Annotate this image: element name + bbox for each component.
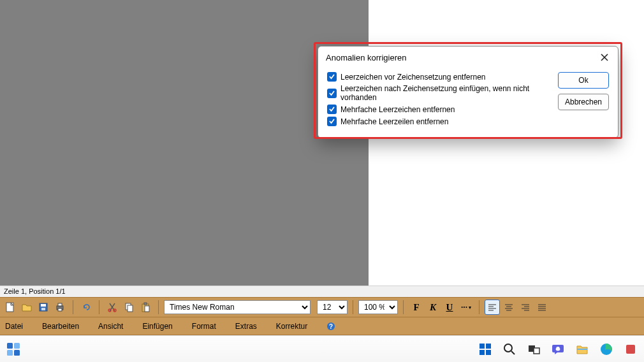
search-icon[interactable] xyxy=(502,342,516,356)
svg-text:?: ? xyxy=(329,323,333,330)
more-formatting-button[interactable]: ···▾ xyxy=(458,300,474,315)
ok-button[interactable]: Ok xyxy=(558,72,609,89)
toolbar: Times New Roman 12 100 % F K U ···▾ xyxy=(0,297,644,317)
align-justify-icon[interactable] xyxy=(534,300,550,315)
svg-rect-45 xyxy=(577,349,587,350)
zoom-select[interactable]: 100 % xyxy=(358,300,398,314)
dialog-title-text: Anomalien korrigieren xyxy=(326,53,406,62)
svg-rect-39 xyxy=(486,350,491,355)
chat-icon[interactable] xyxy=(551,342,565,356)
separator xyxy=(99,300,99,314)
underline-button[interactable]: U xyxy=(442,300,457,315)
svg-rect-2 xyxy=(41,304,46,307)
align-right-icon[interactable] xyxy=(518,300,533,315)
checkbox-icon[interactable] xyxy=(327,89,337,98)
print-icon[interactable] xyxy=(52,300,68,315)
taskbar xyxy=(0,335,644,362)
app-icon[interactable] xyxy=(624,342,638,356)
dialog-anomalien-korrigieren: Anomalien korrigieren Leerzeichen vor Ze… xyxy=(318,46,618,138)
help-icon[interactable]: ? xyxy=(325,319,337,333)
svg-rect-10 xyxy=(128,305,133,312)
italic-button[interactable]: K xyxy=(425,300,441,315)
separator xyxy=(479,300,479,314)
new-file-icon[interactable] xyxy=(3,300,18,315)
svg-rect-33 xyxy=(14,343,20,349)
separator xyxy=(403,300,404,314)
option-remove-multi-spaces[interactable]: Mehrfache Leerzeichen entfernen xyxy=(327,105,550,114)
undo-icon[interactable] xyxy=(78,300,94,315)
widgets-icon[interactable] xyxy=(4,340,23,359)
checkbox-icon[interactable] xyxy=(327,117,337,126)
taskbar-tray xyxy=(478,342,640,356)
svg-rect-47 xyxy=(626,345,635,354)
option-remove-space-before-punct[interactable]: Leerzeichen vor Zeichensetzung entfernen xyxy=(327,72,550,82)
bold-button[interactable]: F xyxy=(409,300,424,315)
menu-bearbeiten[interactable]: Bearbeiten xyxy=(41,319,80,333)
status-bar: Zeile 1, Position 1/1 xyxy=(0,286,644,297)
svg-rect-13 xyxy=(145,306,149,312)
menu-extras[interactable]: Extras xyxy=(234,319,258,333)
svg-rect-32 xyxy=(7,343,13,349)
editor-area xyxy=(0,0,644,286)
svg-rect-37 xyxy=(486,344,491,349)
option-remove-multi-lines[interactable]: Mehrfache Leerzeilen entfernen xyxy=(327,117,550,126)
svg-rect-3 xyxy=(41,308,45,310)
paste-icon[interactable] xyxy=(138,300,153,315)
status-text: Zeile 1, Position 1/1 xyxy=(4,287,66,295)
svg-rect-43 xyxy=(534,348,539,354)
menu-datei[interactable]: Datei xyxy=(4,319,24,333)
svg-rect-35 xyxy=(14,350,20,356)
svg-rect-12 xyxy=(144,303,147,305)
open-file-icon[interactable] xyxy=(19,300,34,315)
svg-rect-36 xyxy=(479,344,485,349)
svg-rect-5 xyxy=(58,303,62,306)
save-icon[interactable] xyxy=(36,300,51,315)
close-icon[interactable] xyxy=(599,52,610,63)
cut-icon[interactable] xyxy=(105,300,120,315)
font-size-select[interactable]: 12 xyxy=(317,300,348,314)
svg-rect-34 xyxy=(7,350,13,356)
copy-icon[interactable] xyxy=(121,300,136,315)
font-name-select[interactable]: Times New Roman xyxy=(164,300,311,314)
editor-margin xyxy=(0,0,369,286)
checkbox-icon[interactable] xyxy=(327,72,337,82)
separator xyxy=(353,300,353,314)
menu-einfuegen[interactable]: Einfügen xyxy=(141,319,173,333)
cancel-button[interactable]: Abbrechen xyxy=(558,94,609,110)
option-insert-space-after-punct[interactable]: Leerzeichen nach Zeichensetzung einfügen… xyxy=(327,84,550,102)
menubar: Datei Bearbeiten Ansicht Einfügen Format… xyxy=(0,317,644,335)
dialog-options: Leerzeichen vor Zeichensetzung entfernen… xyxy=(327,72,550,126)
editor-page[interactable] xyxy=(369,0,644,286)
taskview-icon[interactable] xyxy=(527,342,541,356)
align-left-icon[interactable] xyxy=(485,300,500,315)
align-center-icon[interactable] xyxy=(501,300,516,315)
explorer-icon[interactable] xyxy=(575,342,589,356)
menu-ansicht[interactable]: Ansicht xyxy=(97,319,124,333)
svg-line-41 xyxy=(511,351,515,354)
svg-point-40 xyxy=(504,344,512,352)
checkbox-icon[interactable] xyxy=(327,105,337,114)
menu-korrektur[interactable]: Korrektur xyxy=(275,319,309,333)
separator xyxy=(73,300,73,314)
separator xyxy=(158,300,159,314)
start-icon[interactable] xyxy=(478,342,492,356)
svg-rect-38 xyxy=(479,350,485,355)
svg-rect-6 xyxy=(58,308,62,311)
edge-icon[interactable] xyxy=(599,342,613,356)
menu-format[interactable]: Format xyxy=(191,319,217,333)
